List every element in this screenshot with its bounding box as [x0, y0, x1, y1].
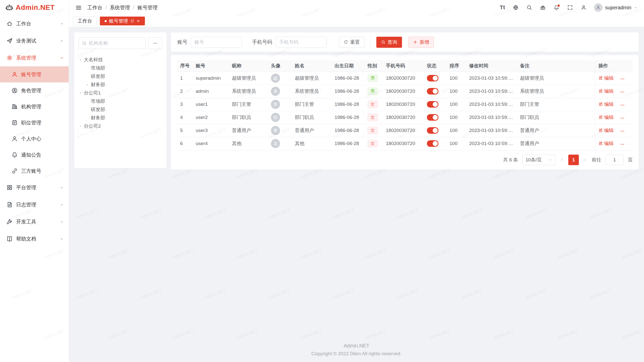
status-toggle[interactable]: [427, 127, 438, 134]
gift-icon[interactable]: [540, 5, 546, 10]
sidebar-item-dev-tools[interactable]: 开发工具: [0, 213, 69, 230]
status-toggle[interactable]: [427, 101, 438, 108]
caret-right-icon[interactable]: [79, 124, 82, 128]
tree-node[interactable]: 分公司2: [79, 122, 162, 130]
add-button[interactable]: 新增: [408, 37, 434, 48]
sidebar-item-help-docs[interactable]: 帮助文档: [0, 230, 69, 247]
edit-button[interactable]: 编辑: [598, 88, 614, 95]
table-row: 1 superadmin 超级管理员 超 超级管理员 1986-06-28 男 …: [177, 72, 633, 85]
sidebar-item-system-management[interactable]: 系统管理: [0, 49, 69, 66]
chevron-down-icon: [549, 158, 552, 162]
tab-workbench[interactable]: 工作台: [73, 17, 97, 25]
menu-toggle-icon[interactable]: [75, 5, 82, 11]
sidebar-item-platform-management[interactable]: 平台管理: [0, 179, 69, 196]
sidebar-item-profile-center[interactable]: 个人中心: [0, 131, 69, 147]
tree-node[interactable]: 研发部: [86, 72, 162, 80]
tree-node[interactable]: 市场部: [86, 97, 162, 105]
breadcrumb-item-1[interactable]: 系统管理: [110, 4, 130, 11]
edit-label: 编辑: [604, 88, 614, 95]
sidebar-item-org-management[interactable]: 机构管理: [0, 99, 69, 115]
search-button[interactable]: 查询: [376, 37, 402, 48]
goto-page-input[interactable]: [606, 155, 624, 165]
table-panel: 序号账号昵称头像姓名出生日期性别手机号码状态排序修改时间备注操作 1 super…: [171, 55, 639, 170]
sidebar-item-label: 日志管理: [16, 201, 36, 208]
sidebar-item-log-management[interactable]: 日志管理: [0, 196, 69, 213]
sidebar-item-workbench[interactable]: 工作台: [0, 15, 69, 32]
more-actions-button[interactable]: [620, 103, 625, 107]
fullscreen-icon[interactable]: [567, 5, 573, 10]
edit-button[interactable]: 编辑: [598, 127, 614, 134]
tree-more-button[interactable]: [148, 37, 162, 49]
globe-icon[interactable]: [513, 5, 518, 10]
status-toggle[interactable]: [427, 140, 438, 147]
more-actions-button[interactable]: [620, 90, 625, 94]
more-actions-button[interactable]: [620, 77, 625, 81]
refresh-icon[interactable]: [130, 19, 134, 23]
sidebar-item-account-management[interactable]: 账号管理: [0, 66, 69, 82]
tree-node[interactable]: 财务部: [86, 114, 162, 122]
cell-sort: 100: [446, 72, 466, 85]
more-actions-button[interactable]: [620, 116, 625, 120]
tab-account-management[interactable]: 账号管理: [100, 17, 145, 25]
cell-phone: 18020030720: [383, 111, 424, 124]
page-1-button[interactable]: 1: [568, 155, 579, 165]
tree-node[interactable]: 大名科技: [79, 56, 162, 64]
gender-badge: 男: [368, 87, 378, 95]
breadcrumb-item-2[interactable]: 账号管理: [137, 4, 157, 11]
tree-node[interactable]: 分公司1: [79, 89, 162, 97]
more-actions-button[interactable]: [620, 142, 625, 147]
org-search-box[interactable]: [79, 37, 145, 49]
search-icon[interactable]: [527, 5, 532, 10]
user-icon: [12, 71, 18, 77]
chevron-down-icon: [60, 237, 64, 241]
sidebar-item-business-test[interactable]: 业务测试: [0, 32, 69, 49]
org-search-input[interactable]: [89, 40, 142, 46]
more-actions-button[interactable]: [620, 129, 625, 133]
edit-button[interactable]: 编辑: [598, 101, 614, 108]
edit-button[interactable]: 编辑: [598, 140, 614, 147]
account-input[interactable]: [191, 37, 242, 48]
app-root: Admin.NET 工作台 业务测试 系统管理 账号管理 角色管理 机构管理 职…: [0, 0, 644, 362]
status-toggle[interactable]: [427, 114, 438, 121]
edit-button[interactable]: 编辑: [598, 75, 614, 81]
status-toggle[interactable]: [427, 75, 438, 81]
caret-right-icon[interactable]: [86, 83, 89, 86]
sidebar-item-position-management[interactable]: 职位管理: [0, 115, 69, 131]
tree-node[interactable]: 研发部: [86, 105, 162, 114]
caret-down-icon[interactable]: [79, 91, 82, 95]
close-icon[interactable]: [136, 19, 140, 23]
column-header: 性别: [364, 60, 383, 72]
avatar: 系: [271, 87, 280, 96]
goto-label: 前往: [592, 157, 601, 163]
status-toggle[interactable]: [427, 88, 438, 95]
avatar: 普: [271, 126, 280, 135]
sidebar-item-third-party-account[interactable]: 三方账号: [0, 163, 69, 179]
prev-page-button[interactable]: [560, 158, 564, 162]
edit-button[interactable]: 编辑: [598, 114, 614, 121]
chevron-down-icon: [60, 220, 64, 224]
caret-down-icon[interactable]: [79, 58, 82, 62]
sidebar-item-role-management[interactable]: 角色管理: [0, 82, 69, 99]
user-icon[interactable]: [581, 5, 586, 10]
cell-sort: 100: [446, 111, 466, 124]
user-menu[interactable]: superadmin: [594, 3, 637, 12]
page-size-select[interactable]: 10条/页: [522, 155, 555, 165]
reset-button[interactable]: 重置: [339, 37, 365, 48]
tree-node[interactable]: 市场部: [86, 64, 162, 72]
next-page-button[interactable]: [583, 158, 587, 162]
logo[interactable]: Admin.NET: [0, 0, 69, 15]
edit-icon: [598, 102, 603, 106]
breadcrumb-item-0[interactable]: 工作台: [87, 4, 102, 11]
sidebar-item-label: 职位管理: [21, 119, 41, 126]
cell-sort: 100: [446, 137, 466, 150]
link-icon: [12, 168, 18, 174]
sidebar-menu: 工作台 业务测试 系统管理 账号管理 角色管理 机构管理 职位管理 个人中心 通…: [0, 15, 69, 247]
font-size-icon[interactable]: Tt: [500, 5, 505, 10]
tree-node[interactable]: 财务部: [86, 80, 162, 89]
sidebar-item-notice-announcement[interactable]: 通知公告: [0, 147, 69, 163]
cell-remark: 超级管理员: [517, 72, 595, 85]
sidebar-item-label: 账号管理: [21, 71, 41, 78]
phone-input[interactable]: [275, 37, 327, 48]
cell-account: user1: [192, 98, 229, 111]
notification-icon[interactable]: [554, 5, 559, 10]
